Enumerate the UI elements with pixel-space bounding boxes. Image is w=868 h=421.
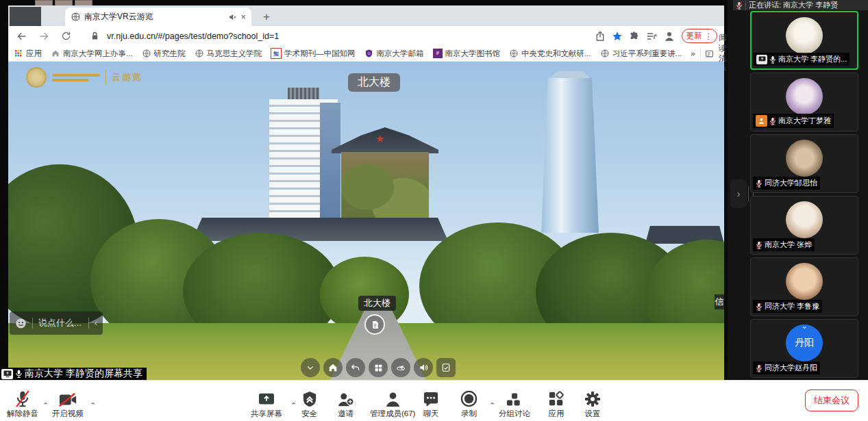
bookmark-star-icon[interactable] xyxy=(612,31,623,42)
bookmark-party-history[interactable]: 中央党史和文献研... xyxy=(509,49,591,59)
invite-button[interactable]: 邀请 xyxy=(337,390,354,419)
speaking-banner: 正在讲话: 南京大学 李静贤 xyxy=(733,0,868,10)
tab-audio-icon[interactable] xyxy=(228,13,236,21)
tab-close-icon[interactable]: × xyxy=(240,12,246,22)
url-text[interactable]: vr.nju.edu.cn/#/pages/test/demo?school_i… xyxy=(107,31,279,41)
screen-share-banner: 南京大学 李静贤的屏幕共享 xyxy=(0,368,147,380)
bookmark-graduate-school[interactable]: 研究生院 xyxy=(142,49,186,59)
globe-icon xyxy=(600,49,610,58)
participant-name: 同济大学赵丹阳 xyxy=(765,363,817,373)
manage-participants-button[interactable]: 管理成员(67) xyxy=(370,390,415,419)
bookmark-xi-speeches[interactable]: 习近平系列重要讲... xyxy=(600,49,682,59)
nju-emblem-icon xyxy=(26,67,47,88)
video-options-chevron-icon[interactable]: ⌃ xyxy=(90,401,96,410)
settings-button[interactable]: 设置 xyxy=(584,390,601,419)
unmute-label: 解除静音 xyxy=(7,409,38,419)
panel-collapse-handle[interactable]: › xyxy=(730,179,747,208)
bookmark-marxism-school[interactable]: 马克思主义学院 xyxy=(195,49,262,59)
mic-muted-icon xyxy=(15,390,30,407)
new-tab-button[interactable]: + xyxy=(259,10,274,25)
share-screen-label: 共享屏幕 xyxy=(251,409,282,419)
hotspot-info-button[interactable] xyxy=(364,314,385,335)
lock-icon[interactable] xyxy=(86,28,103,44)
participant-tile[interactable]: 南京大学 张烨 xyxy=(750,196,858,255)
window-fragment xyxy=(10,7,41,26)
record-circle-icon xyxy=(460,390,478,407)
record-label: 录制 xyxy=(461,409,477,419)
scroll-more-chevron-icon[interactable]: ⌄ xyxy=(801,321,808,331)
participant-tile[interactable]: 南京大学丁梦雅 xyxy=(750,73,858,131)
undo-arrow-icon[interactable] xyxy=(346,358,365,377)
media-controls-icon[interactable] xyxy=(646,31,657,42)
participant-tile[interactable]: ⌄ 丹阳 同济大学赵丹阳 xyxy=(750,319,858,378)
reload-icon[interactable] xyxy=(58,28,74,44)
apps-label: 应用 xyxy=(549,409,565,419)
home-icon[interactable] xyxy=(323,358,343,377)
checklist-icon[interactable] xyxy=(436,358,456,377)
bookmarks-overflow-chevron[interactable]: » xyxy=(691,49,695,58)
home-icon xyxy=(51,49,60,58)
bookmark-nju-mail[interactable]: U 南京大学邮箱 xyxy=(364,49,424,59)
bookmark-apps[interactable]: 应用 xyxy=(14,49,42,59)
document-icon xyxy=(371,320,380,329)
bookmark-nju-services[interactable]: 南京大学网上办事... xyxy=(51,49,133,59)
security-button[interactable]: 安全 xyxy=(301,390,317,419)
hand-raised-badge-icon xyxy=(756,115,767,127)
share-screen-icon xyxy=(258,390,275,407)
meeting-toolbar: 解除静音 ⌃ 开启视频 ⌃ 共享屏幕 ⌃ 安全 邀请 xyxy=(0,380,868,421)
vr-panorama-view[interactable]: 云游览 北大楼 ★ xyxy=(8,62,724,380)
vr-compass-icon[interactable] xyxy=(391,358,410,377)
speaker-icon[interactable] xyxy=(414,358,433,377)
mic-options-chevron-icon[interactable]: ⌃ xyxy=(42,401,49,410)
record-button[interactable]: 录制 xyxy=(460,390,478,419)
participant-tile[interactable]: 南京大学 李静贤的... xyxy=(750,11,858,70)
bookmark-nju-library[interactable]: 南京大学图书馆 xyxy=(433,49,501,59)
start-video-button[interactable]: 开启视频 xyxy=(52,390,84,419)
unmute-button[interactable]: 解除静音 xyxy=(7,390,38,419)
breakout-rooms-label: 分组讨论 xyxy=(499,409,530,419)
chat-collapse-arrow[interactable]: ‹ xyxy=(95,318,97,328)
share-options-chevron-icon[interactable]: ⌃ xyxy=(290,401,297,410)
mic-muted-icon xyxy=(756,303,762,311)
collapse-chevron-icon[interactable] xyxy=(301,358,320,377)
globe-icon xyxy=(142,49,151,58)
extensions-puzzle-icon[interactable] xyxy=(629,31,640,42)
chat-label: 聊天 xyxy=(423,409,439,419)
vr-chat-bar[interactable]: 说点什么... ‹ xyxy=(10,311,103,335)
apps-button[interactable]: 应用 xyxy=(548,390,565,419)
back-icon[interactable] xyxy=(14,28,30,44)
hotspot-label-badge: 北大楼 xyxy=(358,296,396,311)
breakout-squares-icon xyxy=(506,390,523,407)
tab-title: 南京大学VR云游览 xyxy=(84,11,224,23)
share-page-icon[interactable] xyxy=(595,31,606,42)
chat-input-placeholder[interactable]: 说点什么... xyxy=(38,317,83,329)
bookmarks-bar: 应用 南京大学网上办事... 研究生院 马克思主义学院 xyxy=(8,46,724,62)
apps-grid-icon xyxy=(14,49,23,58)
chrome-browser-window: 南京大学VR云游览 × + xyxy=(8,5,724,380)
person-add-icon xyxy=(337,390,354,407)
mic-muted-icon xyxy=(736,1,743,10)
profile-avatar-icon[interactable] xyxy=(663,30,675,42)
beidalou-roof xyxy=(332,127,438,153)
chat-button[interactable]: 聊天 xyxy=(423,390,439,419)
bookmark-label: 南京大学图书馆 xyxy=(445,49,501,59)
participant-tile[interactable]: 同济大学邹思怡 xyxy=(750,134,858,193)
participant-tile[interactable]: 同济大学 李鲁豫 xyxy=(750,257,858,316)
breakout-rooms-button[interactable]: 分组讨论 xyxy=(499,390,530,419)
grid-menu-icon[interactable] xyxy=(369,358,388,377)
bookmark-label: 学术期刊—中国知网 xyxy=(284,49,356,59)
mic-on-icon xyxy=(15,369,23,379)
speaking-banner-text: 正在讲话: 南京大学 李静贤 xyxy=(749,0,838,10)
record-options-chevron-icon[interactable]: ⌃ xyxy=(489,401,495,410)
browser-tab[interactable]: 南京大学VR云游览 × xyxy=(65,8,251,26)
emoji-smiley-icon[interactable] xyxy=(15,318,27,329)
chat-bubble-icon xyxy=(423,390,439,407)
share-screen-button[interactable]: 共享屏幕 xyxy=(251,390,282,419)
avatar xyxy=(786,17,823,54)
forward-icon[interactable] xyxy=(36,28,52,44)
end-meeting-button[interactable]: 结束会议 xyxy=(805,390,858,411)
participant-namebar: 南京大学 张烨 xyxy=(753,238,815,251)
bookmark-cnki[interactable]: 知 学术期刊—中国知网 xyxy=(271,48,356,59)
participant-namebar: 同济大学赵丹阳 xyxy=(753,361,820,374)
tab-strip: 南京大学VR云游览 × + xyxy=(8,5,724,26)
